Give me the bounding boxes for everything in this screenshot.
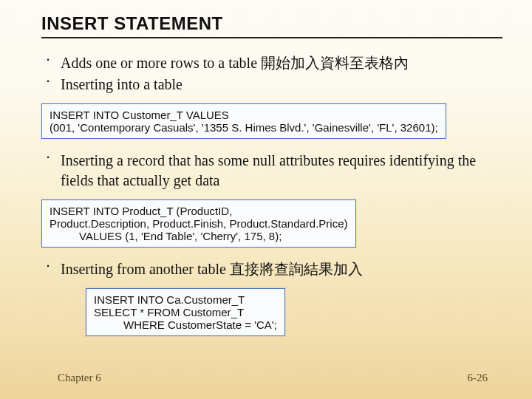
code-line: INSERT INTO Product_T (ProductID, <box>50 205 232 217</box>
bullet-marker: ་ <box>41 152 55 170</box>
bullet-marker: ་ <box>41 55 55 72</box>
code-line: WHERE CustomerState = 'CA'; <box>94 318 277 331</box>
title-rule <box>41 37 502 38</box>
bullet-1-cjk: 開始加入資料至表格內 <box>261 55 409 71</box>
code-snippet-3: INSERT INTO Ca.Customer_T SELECT * FROM … <box>86 288 285 336</box>
slide: INSERT STATEMENT ་ Adds one or more rows… <box>0 0 532 399</box>
code-snippet-2: INSERT INTO Product_T (ProductID, Produc… <box>41 200 356 248</box>
bullet-marker: ་ <box>41 261 55 279</box>
slide-title: INSERT STATEMENT <box>41 13 502 34</box>
code-snippet-1: INSERT INTO Customer_T VALUES (001, 'Con… <box>41 103 446 139</box>
bullet-list: ་ Inserting from another table 直接將查詢結果加入 <box>41 259 502 279</box>
code-line: INSERT INTO Ca.Customer_T <box>94 293 245 306</box>
bullet-2: ་ Inserting into a table <box>41 75 502 95</box>
bullet-2-text: Inserting into a table <box>61 75 183 95</box>
bullet-list: ་ Adds one or more rows to a table 開始加入資… <box>41 53 502 95</box>
bullet-1-main: Adds one or more rows to a table <box>61 55 261 71</box>
bullet-4-cjk: 直接將查詢結果加入 <box>230 261 363 277</box>
bullet-marker: ་ <box>41 76 55 94</box>
bullet-3: ་ Inserting a record that has some null … <box>41 151 502 191</box>
code-line: (001, 'Contemporary Casuals', '1355 S. H… <box>50 121 438 134</box>
footer: Chapter 6 6-26 <box>0 372 532 384</box>
code-line: Product.Description, Product.Finish, Pro… <box>50 217 348 230</box>
bullet-4: ་ Inserting from another table 直接將查詢結果加入 <box>41 259 502 279</box>
bullet-list: ་ Inserting a record that has some null … <box>41 151 502 191</box>
bullet-text: Adds one or more rows to a table 開始加入資料至… <box>61 53 409 73</box>
code-line: VALUES (1, 'End Table', 'Cherry', 175, 8… <box>50 230 348 242</box>
footer-right: 6-26 <box>468 372 488 384</box>
bullet-text: Inserting from another table 直接將查詢結果加入 <box>61 259 363 279</box>
bullet-4-main: Inserting from another table <box>61 261 230 277</box>
code-line: INSERT INTO Customer_T VALUES <box>50 109 229 121</box>
code-line: SELECT * FROM Customer_T <box>94 306 244 318</box>
bullet-3-text: Inserting a record that has some null at… <box>61 151 502 191</box>
bullet-1: ་ Adds one or more rows to a table 開始加入資… <box>41 53 502 73</box>
footer-left: Chapter 6 <box>58 372 101 384</box>
